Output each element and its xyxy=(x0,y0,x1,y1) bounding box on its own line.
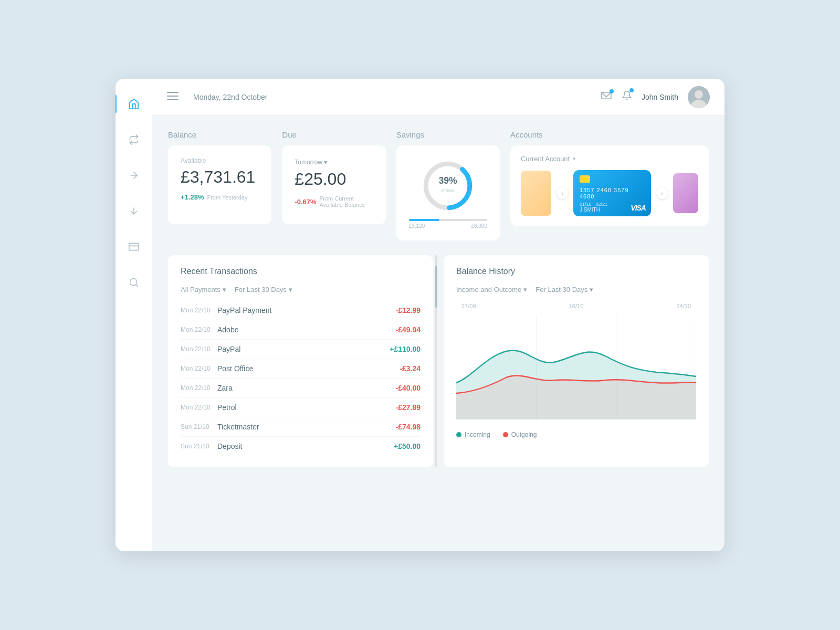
table-row: Sun 21/10 Deposit +£50.00 xyxy=(181,437,421,456)
avatar[interactable] xyxy=(688,86,710,108)
balance-title: Balance xyxy=(168,130,271,139)
outgoing-label: Outgoing xyxy=(511,431,537,438)
tx-amount: -£74.98 xyxy=(396,423,421,431)
notification-badge xyxy=(629,88,634,92)
tx-name: Deposit xyxy=(217,442,394,450)
tx-date: Mon 22/10 xyxy=(181,384,217,392)
donut-chart: 39% of Goal xyxy=(409,157,487,215)
credit-card-main[interactable]: 1357 2468 3579 4680 01/18 02/21 J SMITH … xyxy=(573,170,651,216)
accounts-section: Accounts Current Account ▾ ‹ 1357 2468 3… xyxy=(510,130,709,240)
savings-min: £3,120 xyxy=(409,223,425,229)
accounts-card: Current Account ▾ ‹ 1357 2468 3579 4680 … xyxy=(510,145,709,226)
svg-rect-2 xyxy=(129,243,138,250)
balance-from: From Yesterday xyxy=(207,194,247,201)
table-row: Mon 22/10 Post Office -£3.24 xyxy=(181,359,421,379)
chart-label-2: 10/10 xyxy=(569,303,584,309)
accounts-title: Accounts xyxy=(510,130,709,139)
due-period-dropdown[interactable]: Tomorrow ▾ xyxy=(295,159,327,166)
card-next-button[interactable]: › xyxy=(656,187,668,199)
svg-rect-7 xyxy=(167,96,178,97)
transactions-title: Recent Transactions xyxy=(181,267,421,276)
tx-name: PayPal Payment xyxy=(217,306,396,314)
history-filters: Income and Outcome ▾ For Last 30 Days ▾ xyxy=(456,286,696,293)
balance-value: £3,731.61 xyxy=(181,167,259,187)
mail-button[interactable] xyxy=(601,91,612,103)
balance-section: Balance Available £3,731.61 +1.28% From … xyxy=(168,130,271,240)
sidebar-item-transfer[interactable] xyxy=(124,130,143,149)
svg-line-5 xyxy=(135,285,138,287)
balance-change: +1.28% xyxy=(181,193,204,201)
chart-legend: Incoming Outgoing xyxy=(456,428,696,438)
table-row: Mon 22/10 PayPal +£110.00 xyxy=(181,340,421,359)
svg-text:of Goal: of Goal xyxy=(442,188,455,193)
due-card: Tomorrow ▾ £25.00 -0.67% From Current Av… xyxy=(282,145,385,224)
main-content: Monday, 22nd October John Smith xyxy=(152,79,724,551)
payments-filter-label: All Payments xyxy=(181,286,220,293)
card-prev-button[interactable]: ‹ xyxy=(556,187,568,199)
due-title: Due xyxy=(282,130,385,139)
cards-row: ‹ 1357 2468 3579 4680 01/18 02/21 J SMIT… xyxy=(521,170,698,216)
due-period-label: Tomorrow xyxy=(295,159,322,166)
bottom-row: Recent Transactions All Payments ▾ For L… xyxy=(168,255,709,467)
table-row: Mon 22/10 Adobe -£49.94 xyxy=(181,320,421,340)
account-dropdown-label: Current Account xyxy=(521,155,570,163)
incoming-label: Incoming xyxy=(465,431,490,438)
savings-section: Savings 39% of Goal xyxy=(396,130,500,240)
sidebar-item-cards[interactable] xyxy=(124,237,143,256)
account-chevron-icon[interactable]: ▾ xyxy=(573,155,576,162)
header-date: Monday, 22nd October xyxy=(193,93,601,101)
notification-button[interactable] xyxy=(622,90,632,104)
table-row: Mon 22/10 PayPal Payment -£12.99 xyxy=(181,301,421,320)
scrollbar-thumb xyxy=(435,266,437,308)
table-row: Mon 22/10 Petrol -£27.89 xyxy=(181,398,421,417)
svg-text:39%: 39% xyxy=(439,175,458,186)
history-type-filter-button[interactable]: Income and Outcome ▾ xyxy=(456,286,527,293)
tx-amount: +£110.00 xyxy=(390,345,421,353)
card-chip xyxy=(580,175,590,183)
sidebar-item-home[interactable] xyxy=(124,94,143,113)
chart-labels: 27/09 10/10 24/10 xyxy=(456,303,696,309)
tx-amount: -£49.94 xyxy=(396,326,421,334)
tx-amount: -£40.00 xyxy=(396,384,421,392)
tx-amount: +£50.00 xyxy=(394,442,421,450)
sidebar-item-download[interactable] xyxy=(124,202,143,220)
history-type-chevron-icon: ▾ xyxy=(523,286,527,293)
card-number: 1357 2468 3579 4680 xyxy=(580,187,645,200)
menu-button[interactable] xyxy=(167,92,183,102)
tx-date: Mon 22/10 xyxy=(181,307,217,314)
outgoing-dot xyxy=(503,432,508,437)
tx-date: Sun 21/10 xyxy=(181,443,217,450)
incoming-dot xyxy=(456,432,461,437)
sidebar-item-settings[interactable] xyxy=(124,273,143,292)
tx-date: Mon 22/10 xyxy=(181,326,217,333)
legend-outgoing: Outgoing xyxy=(503,431,537,438)
card-purple[interactable] xyxy=(673,173,698,213)
sidebar-item-send[interactable] xyxy=(124,166,143,185)
balance-chart xyxy=(456,314,696,419)
tx-amount: -£3.24 xyxy=(400,364,421,373)
transactions-list: Mon 22/10 PayPal Payment -£12.99 Mon 22/… xyxy=(181,301,421,456)
scrollbar[interactable] xyxy=(435,255,437,467)
transactions-card: Recent Transactions All Payments ▾ For L… xyxy=(168,255,433,467)
history-type-label: Income and Outcome xyxy=(456,286,521,293)
tx-name: PayPal xyxy=(217,345,390,353)
mail-badge xyxy=(610,89,614,93)
savings-max: £6,000 xyxy=(471,223,487,229)
balance-available-label: Available xyxy=(181,157,259,164)
header: Monday, 22nd October John Smith xyxy=(152,79,724,116)
due-chevron-icon: ▾ xyxy=(324,159,327,166)
tx-date: Mon 22/10 xyxy=(181,345,217,353)
period-filter-label: For Last 30 Days xyxy=(235,286,287,293)
tx-name: Post Office xyxy=(217,364,400,373)
history-title: Balance History xyxy=(456,267,696,276)
period-filter-button[interactable]: For Last 30 Days ▾ xyxy=(235,286,292,293)
legend-incoming: Incoming xyxy=(456,431,490,438)
account-dropdown-row: Current Account ▾ xyxy=(521,155,698,163)
history-period-chevron-icon: ▾ xyxy=(590,286,593,293)
card-beige[interactable] xyxy=(521,171,551,216)
chart-label-3: 24/10 xyxy=(676,303,691,309)
history-period-filter-button[interactable]: For Last 30 Days ▾ xyxy=(536,286,593,293)
history-period-label: For Last 30 Days xyxy=(536,286,587,293)
stats-row: Balance Available £3,731.61 +1.28% From … xyxy=(168,130,709,240)
payments-filter-button[interactable]: All Payments ▾ xyxy=(181,286,226,293)
